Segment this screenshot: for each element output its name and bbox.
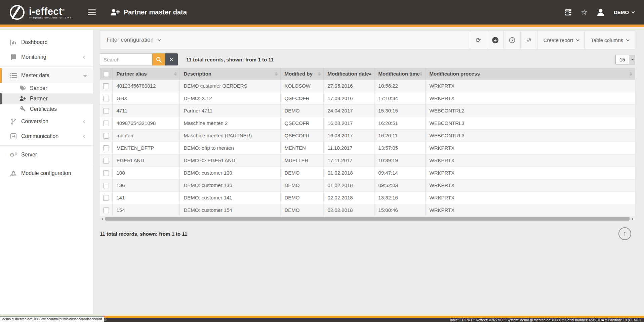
- table-columns-button[interactable]: Table columns: [585, 31, 635, 49]
- column-header-partner-alias[interactable]: Partner alias: [112, 68, 179, 80]
- filter-configuration-toggle[interactable]: Filter configuration: [100, 31, 160, 49]
- table-cell: WRKPRTX: [425, 80, 635, 92]
- column-header-modification-process[interactable]: Modification process: [425, 68, 635, 80]
- sidebar-item-server[interactable]: ⚙⚙ Server: [0, 147, 93, 162]
- sidebar-item-sender[interactable]: Sender: [0, 83, 93, 93]
- add-record-button[interactable]: +: [487, 31, 504, 49]
- scroll-right-arrow-icon[interactable]: ›: [630, 216, 635, 221]
- create-report-button[interactable]: Create report: [537, 31, 585, 49]
- table-columns-label: Table columns: [591, 37, 623, 43]
- hamburger-menu-icon[interactable]: [88, 6, 102, 19]
- clear-search-button[interactable]: ✕: [165, 53, 178, 65]
- scroll-to-top-button[interactable]: ↑: [618, 227, 631, 240]
- sidebar-item-conversion[interactable]: Conversion: [0, 114, 93, 129]
- server-status-icon[interactable]: [565, 9, 572, 16]
- search-input[interactable]: [100, 53, 152, 65]
- table-cell: WEBCONTRL2: [425, 104, 635, 117]
- table-row[interactable]: 136DEMO: customer 136DEMO01.02.201809:52…: [100, 179, 635, 191]
- table-cell: 13:32:16: [374, 191, 425, 204]
- table-cell: 24.04.2017: [323, 104, 374, 117]
- sidebar-item-partner[interactable]: Partner: [0, 93, 93, 104]
- table-cell: DEMO customer OERDERS: [179, 80, 280, 92]
- table-cell: WRKPRTX: [425, 154, 635, 167]
- row-checkbox-cell: [100, 154, 112, 167]
- table-cell: DEMO: customer 154: [179, 204, 280, 216]
- row-checkbox[interactable]: [103, 208, 109, 213]
- row-checkbox-cell: [100, 92, 112, 104]
- transfer-button[interactable]: [520, 31, 537, 49]
- sidebar-item-communication[interactable]: Communication: [0, 129, 93, 144]
- sidebar-item-monitoring[interactable]: Monitoring: [0, 50, 93, 64]
- sidebar: Dashboard Monitoring: [0, 30, 93, 314]
- system-status-text: Table: EDIPRT :: i-effect: V2R7M0 :: Sys…: [449, 318, 641, 322]
- sidebar-item-certificates[interactable]: Certificates: [0, 104, 93, 114]
- logo-swoosh-icon: [9, 4, 26, 21]
- user-menu-label: DEMO: [614, 9, 629, 15]
- table-row[interactable]: 40123456789012DEMO customer OERDERSKOLOS…: [100, 80, 635, 92]
- scrollbar-thumb[interactable]: [105, 217, 630, 221]
- table-row[interactable]: 4711Partner 4711DEMO24.04.201715:30:15WE…: [100, 104, 635, 117]
- user-menu[interactable]: DEMO: [614, 9, 634, 15]
- table-row[interactable]: GHXDEMO: X.12QSECOFR17.08.201617:10:34WR…: [100, 92, 635, 104]
- sidebar-item-label: Master data: [21, 73, 49, 79]
- table-cell: 10:39:19: [374, 154, 425, 167]
- favorites-star-icon[interactable]: ☆: [581, 9, 588, 16]
- table-toolbar: ⟳ +: [470, 31, 635, 49]
- sidebar-item-dashboard[interactable]: Dashboard: [0, 35, 93, 50]
- logo-tagline: integrated solutions for IBM i: [29, 16, 71, 19]
- row-checkbox[interactable]: [103, 145, 109, 151]
- history-button[interactable]: [504, 31, 520, 49]
- sort-icon: [318, 72, 321, 76]
- table-row[interactable]: 154DEMO: customer 154DEMO02.02.201815:00…: [100, 204, 635, 216]
- row-checkbox[interactable]: [103, 83, 109, 89]
- chevron-down-icon: [576, 38, 579, 41]
- table-row[interactable]: mentenMaschine menten (PARTNER)QSECOFR16…: [100, 129, 635, 142]
- table-cell: 01.02.2018: [323, 167, 374, 179]
- row-checkbox[interactable]: [103, 96, 109, 101]
- horizontal-scrollbar[interactable]: ‹ ›: [100, 216, 635, 221]
- column-header-modified-by[interactable]: Modified by: [280, 68, 323, 80]
- scroll-left-arrow-icon[interactable]: ‹: [100, 216, 105, 221]
- plus-circle-icon: +: [492, 37, 498, 43]
- row-checkbox[interactable]: [103, 121, 109, 126]
- sidebar-item-label: Module configuration: [21, 170, 71, 176]
- page-size-select[interactable]: 15: [615, 55, 635, 64]
- book-icon: [10, 54, 17, 60]
- partner-table: Partner alias Description Modified by Mo…: [100, 68, 635, 216]
- divider: [0, 66, 93, 66]
- table-row[interactable]: 100DEMO: customer 100DEMO01.02.201809:47…: [100, 167, 635, 179]
- column-header-modification-date[interactable]: Modification date: [323, 68, 374, 80]
- sort-icon: [630, 72, 632, 76]
- column-header-modification-time[interactable]: Modification time: [374, 68, 425, 80]
- row-checkbox[interactable]: [103, 133, 109, 139]
- table-cell: 4711: [112, 104, 179, 117]
- table-row[interactable]: MENTEN_OFTPDEMO: oftp to mentenMENTEN11.…: [100, 142, 635, 154]
- user-avatar-icon[interactable]: [596, 8, 605, 17]
- table-cell: 40123456789012: [112, 80, 179, 92]
- table-cell: WRKPRTX: [425, 204, 635, 216]
- refresh-button[interactable]: ⟳: [470, 31, 487, 49]
- column-header-description[interactable]: Description: [179, 68, 280, 80]
- sidebar-item-master-data[interactable]: Master data: [0, 68, 93, 83]
- row-checkbox-cell: [100, 129, 112, 142]
- row-checkbox[interactable]: [103, 170, 109, 176]
- table-row[interactable]: EGERLANDDEMO <> EGERLANDMUELLER17.11.201…: [100, 154, 635, 167]
- table-cell: 17:10:34: [374, 92, 425, 104]
- table-cell: DEMO: [280, 191, 323, 204]
- statusbar: Table: EDIPRT :: i-effect: V2R7M0 :: Sys…: [0, 316, 644, 322]
- row-checkbox[interactable]: [103, 108, 109, 114]
- search-button[interactable]: [152, 53, 165, 65]
- row-checkbox[interactable]: [103, 195, 109, 201]
- table-cell: DEMO: customer 136: [179, 179, 280, 191]
- row-checkbox[interactable]: [103, 183, 109, 188]
- column-label: Modification date: [328, 71, 369, 77]
- sidebar-item-label: Conversion: [21, 119, 48, 125]
- code-branch-icon: [10, 119, 17, 125]
- table-row[interactable]: 141DEMO: customer 141DEMO02.02.201813:32…: [100, 191, 635, 204]
- sidebar-item-module-configuration[interactable]: Module configuration: [0, 166, 93, 181]
- brand-logo[interactable]: i-effect® integrated solutions for IBM i: [0, 4, 84, 21]
- row-checkbox[interactable]: [103, 158, 109, 164]
- select-all-checkbox[interactable]: [103, 71, 109, 77]
- table-row[interactable]: 40987654321098Maschine menten 2QSECOFR16…: [100, 117, 635, 129]
- table-body: 40123456789012DEMO customer OERDERSKOLOS…: [100, 80, 635, 216]
